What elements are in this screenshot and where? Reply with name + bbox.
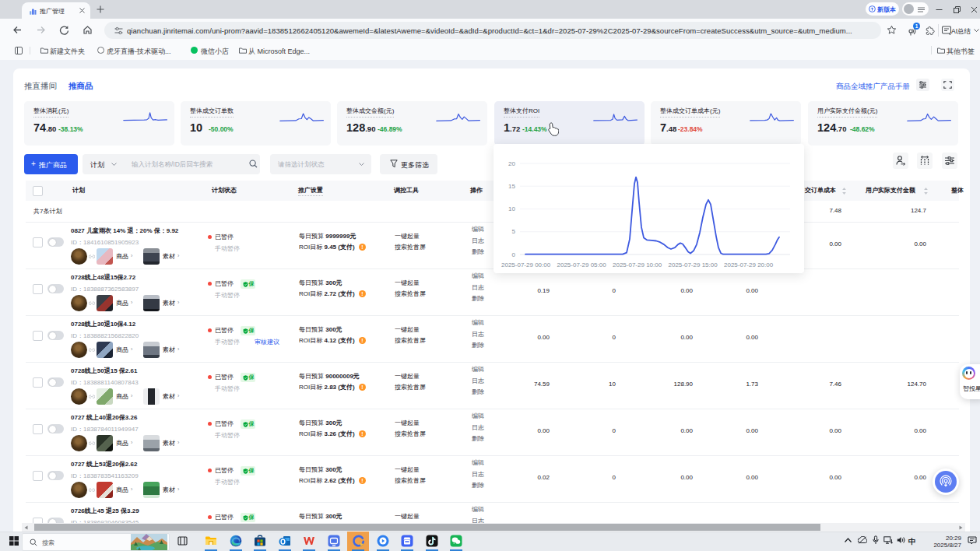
svg-text:15: 15 (508, 183, 515, 190)
svg-text:5: 5 (512, 228, 516, 235)
svg-text:2025-07-29 10:00: 2025-07-29 10:00 (613, 261, 662, 268)
svg-text:10: 10 (508, 205, 515, 212)
svg-text:2025-07-29 00:00: 2025-07-29 00:00 (501, 261, 551, 268)
svg-text:0: 0 (512, 251, 516, 258)
svg-text:2025-07-29 20:00: 2025-07-29 20:00 (724, 261, 774, 268)
svg-text:2025-07-29 15:00: 2025-07-29 15:00 (669, 261, 718, 268)
svg-text:20: 20 (508, 160, 515, 167)
svg-text:2025-07-29 05:00: 2025-07-29 05:00 (557, 261, 607, 268)
